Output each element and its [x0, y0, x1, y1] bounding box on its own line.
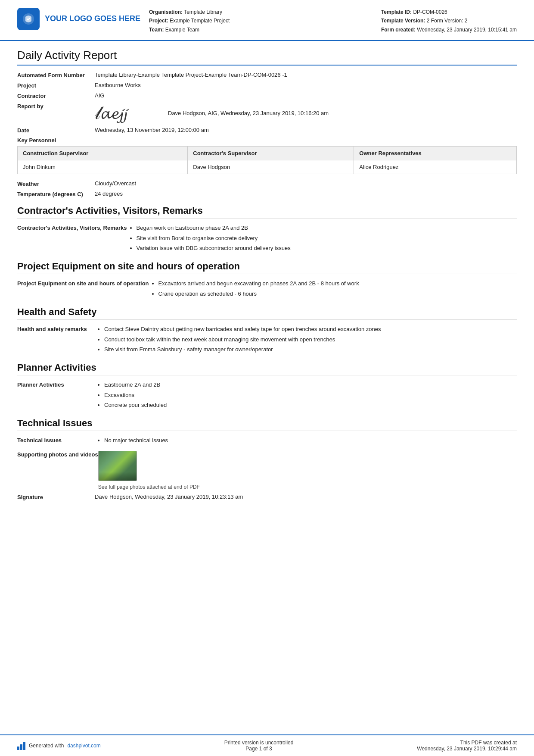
template-version-label: Template Version:	[381, 18, 425, 24]
template-id-value: DP-COM-0026	[413, 9, 447, 15]
project-value-field: Eastbourne Works	[95, 82, 517, 88]
health-label: Health and safety remarks	[17, 324, 95, 334]
form-created-label: Form created:	[381, 27, 416, 33]
signature-value: Dave Hodgson, Wednesday, 23 January 2019…	[95, 494, 517, 500]
supporting-photos-row: Supporting photos and videos See full pa…	[17, 451, 517, 490]
signature-image: 𝓁𝓪𝓮𝓳𝓳	[95, 103, 159, 123]
list-item: Crane operation as scheduled - 6 hours	[158, 289, 517, 299]
planner-list: Eastbourne 2A and 2B Excavations Concret…	[95, 380, 517, 410]
photo-thumbnail	[98, 451, 137, 481]
cell-dave-hodgson: Dave Hodgson	[188, 160, 354, 174]
form-number-row: Automated Form Number Template Library-E…	[17, 72, 517, 78]
org-value: Template Library	[184, 9, 222, 15]
section-heading-equipment: Project Equipment on site and hours of o…	[17, 261, 517, 274]
logo-area: YOUR LOGO GOES HERE	[17, 8, 140, 30]
footer-bars-icon	[17, 741, 25, 750]
list-item: Excavators arrived and begun excavating …	[158, 278, 517, 288]
technical-issues-label: Technical Issues	[17, 435, 95, 445]
report-by-label: Report by	[17, 103, 95, 109]
temperature-label: Temperature (degrees C)	[17, 191, 95, 197]
header-right: Template ID: DP-COM-0026 Template Versio…	[381, 8, 517, 34]
footer: Generated with dashpivot.com Printed ver…	[0, 734, 534, 756]
key-personnel-label: Key Personnel	[17, 137, 517, 144]
signature-area: 𝓁𝓪𝓮𝓳𝓳 Dave Hodgson, AIG, Wednesday, 23 J…	[95, 103, 517, 123]
technical-issues-row: Technical Issues No major technical issu…	[17, 435, 517, 445]
temperature-row: Temperature (degrees C) 24 degrees	[17, 191, 517, 197]
contractors-activities-label: Contractor's Activities, Visitors, Remar…	[17, 223, 127, 233]
planner-row: Planner Activities Eastbourne 2A and 2B …	[17, 380, 517, 410]
section-heading-technical: Technical Issues	[17, 418, 517, 431]
contractor-label: Contractor	[17, 92, 95, 99]
date-value: Wednesday, 13 November 2019, 12:00:00 am	[95, 127, 517, 133]
list-item: Began work on Eastbourne phase 2A and 2B	[137, 223, 517, 233]
project-value: Example Template Project	[170, 18, 230, 24]
project-label: Project:	[149, 18, 168, 24]
footer-pdf-created: This PDF was created at	[417, 740, 517, 746]
list-item: Site visit from Boral to organise concre…	[137, 233, 517, 243]
date-label: Date	[17, 127, 95, 134]
section-heading-health: Health and Safety	[17, 306, 517, 320]
planner-label: Planner Activities	[17, 380, 95, 390]
logo-icon	[17, 8, 40, 30]
report-by-value: 𝓁𝓪𝓮𝓳𝓳 Dave Hodgson, AIG, Wednesday, 23 J…	[95, 103, 517, 123]
template-id-label: Template ID:	[381, 9, 412, 15]
footer-pdf-date: Wednesday, 23 January 2019, 10:29:44 am	[417, 746, 517, 752]
col-owner-representatives: Owner Representatives	[354, 147, 517, 160]
list-item: Conduct toolbox talk within the next wee…	[104, 334, 517, 344]
project-label-field: Project	[17, 82, 95, 89]
weather-label: Weather	[17, 180, 95, 187]
project-row: Project Eastbourne Works	[17, 82, 517, 89]
contractor-value: AIG	[95, 92, 517, 99]
footer-link[interactable]: dashpivot.com	[67, 743, 100, 749]
contractors-activities-row: Contractor's Activities, Visitors, Remar…	[17, 223, 517, 253]
equipment-row: Project Equipment on site and hours of o…	[17, 278, 517, 299]
list-item: No major technical issues	[104, 435, 517, 445]
header-meta: Organisation: Template Library Project: …	[140, 8, 381, 34]
contractor-row: Contractor AIG	[17, 92, 517, 99]
equipment-label: Project Equipment on site and hours of o…	[17, 278, 149, 288]
list-item: Variation issue with DBG subcontractor a…	[137, 243, 517, 253]
footer-page: Page 1 of 3	[224, 746, 294, 752]
form-created-value: Wednesday, 23 January 2019, 10:15:41 am	[417, 27, 517, 33]
footer-uncontrolled: Printed version is uncontrolled	[224, 740, 294, 746]
personnel-row: John Dinkum Dave Hodgson Alice Rodriguez	[18, 160, 517, 174]
main-content: Daily Activity Report Automated Form Num…	[0, 41, 534, 734]
section-heading-planner: Planner Activities	[17, 362, 517, 375]
report-by-row: Report by 𝓁𝓪𝓮𝓳𝓳 Dave Hodgson, AIG, Wedne…	[17, 103, 517, 123]
health-row: Health and safety remarks Contact Steve …	[17, 324, 517, 354]
photo-caption: See full page photos attached at end of …	[98, 484, 517, 490]
doc-title: Daily Activity Report	[17, 49, 517, 66]
weather-row: Weather Cloudy/Overcast	[17, 180, 517, 187]
temperature-value: 24 degrees	[95, 191, 517, 197]
footer-center: Printed version is uncontrolled Page 1 o…	[224, 740, 294, 752]
personnel-table: Construction Supervisor Contractor's Sup…	[17, 146, 517, 174]
cell-alice-rodriguez: Alice Rodriguez	[354, 160, 517, 174]
date-row: Date Wednesday, 13 November 2019, 12:00:…	[17, 127, 517, 134]
list-item: Site visit from Emma Sainsbury - safety …	[104, 344, 517, 354]
page: YOUR LOGO GOES HERE Organisation: Templa…	[0, 0, 534, 756]
col-contractors-supervisor: Contractor's Supervisor	[188, 147, 354, 160]
supporting-photos-label: Supporting photos and videos	[17, 451, 98, 458]
contractors-activities-list: Began work on Eastbourne phase 2A and 2B…	[127, 223, 517, 253]
list-item: Eastbourne 2A and 2B	[104, 380, 517, 390]
footer-right: This PDF was created at Wednesday, 23 Ja…	[417, 740, 517, 752]
template-version-value: 2 Form Version: 2	[427, 18, 468, 24]
section-heading-contractors: Contractor's Activities, Visitors, Remar…	[17, 205, 517, 219]
header: YOUR LOGO GOES HERE Organisation: Templa…	[0, 0, 534, 41]
technical-issues-list: No major technical issues	[95, 435, 517, 445]
weather-value: Cloudy/Overcast	[95, 180, 517, 187]
logo-text: YOUR LOGO GOES HERE	[45, 14, 140, 24]
team-label: Team:	[149, 27, 164, 33]
org-label: Organisation:	[149, 9, 183, 15]
footer-left: Generated with dashpivot.com	[17, 741, 101, 750]
signature-row: Signature Dave Hodgson, Wednesday, 23 Ja…	[17, 494, 517, 500]
team-value: Example Team	[165, 27, 199, 33]
list-item: Excavations	[104, 390, 517, 400]
equipment-list: Excavators arrived and begun excavating …	[149, 278, 517, 299]
form-number-label: Automated Form Number	[17, 72, 95, 78]
health-list: Contact Steve Daintry about getting new …	[95, 324, 517, 354]
supporting-photos-content: See full page photos attached at end of …	[98, 451, 517, 490]
col-construction-supervisor: Construction Supervisor	[18, 147, 188, 160]
list-item: Contact Steve Daintry about getting new …	[104, 324, 517, 334]
report-by-name: Dave Hodgson, AIG, Wednesday, 23 January…	[168, 110, 329, 116]
